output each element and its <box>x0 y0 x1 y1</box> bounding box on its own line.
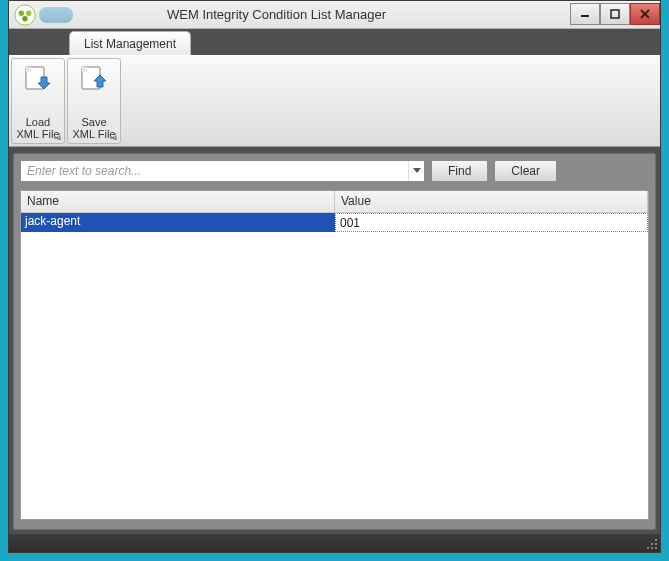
titlebar: WEM Integrity Condition List Manager <box>9 1 660 29</box>
status-bar <box>9 534 660 552</box>
cell-name[interactable]: jack-agent <box>21 213 335 232</box>
search-input[interactable] <box>21 161 408 181</box>
ribbon: Load XML File Save XML File <box>9 55 660 147</box>
chevron-down-icon[interactable] <box>408 161 424 181</box>
app-icon <box>11 3 39 27</box>
results-grid[interactable]: Name Value jack-agent 001 <box>20 190 649 520</box>
accent-pill <box>39 7 73 23</box>
tab-strip: List Management <box>9 29 660 55</box>
svg-point-2 <box>26 10 31 16</box>
table-row[interactable]: jack-agent 001 <box>21 213 648 232</box>
save-xml-icon <box>78 65 110 93</box>
close-button[interactable] <box>630 3 660 25</box>
grid-header: Name Value <box>21 191 648 213</box>
dialog-launcher-icon[interactable] <box>52 131 62 141</box>
column-header-value[interactable]: Value <box>335 191 648 212</box>
save-xml-button[interactable]: Save XML File <box>67 58 121 144</box>
find-button[interactable]: Find <box>431 160 488 182</box>
cell-value[interactable]: 001 <box>335 213 648 232</box>
svg-point-3 <box>22 15 28 20</box>
column-header-name[interactable]: Name <box>21 191 335 212</box>
tab-list-management[interactable]: List Management <box>69 31 191 55</box>
load-xml-button[interactable]: Load XML File <box>11 58 65 144</box>
svg-point-1 <box>19 10 24 16</box>
grid-body: jack-agent 001 <box>21 213 648 232</box>
svg-point-0 <box>15 4 35 24</box>
app-window: WEM Integrity Condition List Manager Lis… <box>0 0 669 561</box>
search-row: Find Clear <box>20 160 649 182</box>
content-panel: Find Clear Name Value jack-agent 001 <box>13 153 656 530</box>
resize-grip-icon[interactable] <box>644 536 658 550</box>
minimize-button[interactable] <box>570 3 600 25</box>
svg-rect-5 <box>611 10 619 18</box>
window-title: WEM Integrity Condition List Manager <box>43 7 570 22</box>
search-combo[interactable] <box>20 160 425 182</box>
clear-button[interactable]: Clear <box>494 160 557 182</box>
maximize-button[interactable] <box>600 3 630 25</box>
dialog-launcher-icon[interactable] <box>108 131 118 141</box>
tab-label: List Management <box>84 37 176 51</box>
load-xml-icon <box>22 65 54 93</box>
